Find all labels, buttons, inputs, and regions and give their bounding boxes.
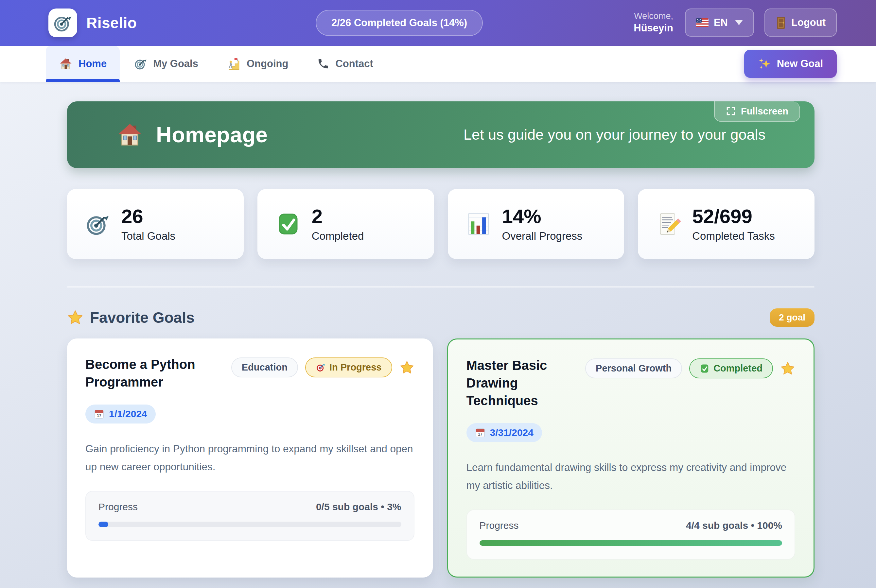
progress-detail: 4/4 sub goals • 100% — [686, 520, 782, 531]
favorites-title: Favorite Goals — [90, 309, 195, 326]
main-content: Homepage Let us guide you on your journe… — [0, 101, 876, 578]
stat-card-completed-tasks: 52/699 Completed Tasks — [638, 189, 814, 259]
stat-card-completed: 2 Completed — [257, 189, 434, 259]
progress-box: Progress 4/4 sub goals • 100% — [466, 510, 795, 560]
goal-title: Become a Python Programmer — [86, 356, 231, 391]
climbing-stairs-icon — [227, 57, 241, 70]
tab-ongoing[interactable]: Ongoing — [213, 46, 303, 82]
check-icon — [700, 364, 710, 374]
category-badge: Personal Growth — [585, 358, 682, 378]
fullscreen-icon — [726, 106, 736, 116]
target-icon — [53, 13, 73, 33]
banner-tagline: Let us guide you on your journey to your… — [464, 126, 765, 143]
house-icon — [116, 121, 144, 148]
banner-left: Homepage — [116, 121, 268, 148]
goal-card-python[interactable]: Become a Python Programmer Education — [67, 339, 433, 578]
stat-value: 2 — [312, 206, 364, 227]
tab-my-goals-label: My Goals — [153, 58, 198, 70]
fullscreen-button[interactable]: Fullscreen — [714, 101, 800, 122]
new-goal-button[interactable]: New Goal — [744, 50, 837, 78]
progress-label: Progress — [99, 501, 138, 513]
tab-contact-label: Contact — [335, 58, 373, 70]
tab-home-label: Home — [78, 58, 106, 70]
check-icon — [276, 212, 301, 237]
favorites-header: Favorite Goals 2 goal — [67, 308, 814, 327]
target-icon — [134, 57, 147, 70]
new-goal-label: New Goal — [777, 58, 823, 70]
welcome-label: Welcome, — [634, 11, 673, 22]
progress-fill — [480, 540, 783, 546]
fullscreen-label: Fullscreen — [741, 106, 788, 117]
progress-detail: 0/5 sub goals • 3% — [316, 501, 401, 513]
target-icon — [86, 212, 110, 237]
brand: Riselio — [48, 9, 137, 37]
header-right: Welcome, Hüseyin EN — [634, 9, 837, 37]
goal-description: Gain proficiency in Python programming t… — [86, 440, 414, 476]
completed-goals-pill: 2/26 Completed Goals (14%) — [316, 10, 483, 36]
goal-card-drawing[interactable]: Master Basic Drawing Techniques Personal… — [447, 339, 815, 578]
progress-fill — [99, 522, 108, 527]
stat-card-overall-progress: 14% Overall Progress — [448, 189, 624, 259]
svg-text:17: 17 — [478, 432, 483, 436]
welcome-block: Welcome, Hüseyin — [634, 11, 673, 34]
tab-ongoing-label: Ongoing — [247, 58, 288, 70]
app-logo — [48, 9, 77, 37]
stat-card-total-goals: 26 Total Goals — [67, 189, 244, 259]
svg-text:17: 17 — [97, 413, 101, 418]
stat-label: Total Goals — [122, 230, 176, 242]
goal-title: Master Basic Drawing Techniques — [466, 357, 585, 410]
username: Hüseyin — [634, 22, 673, 34]
goal-date-badge: 17 3/31/2024 — [466, 423, 542, 442]
stat-value: 14% — [502, 206, 583, 227]
progress-box: Progress 0/5 sub goals • 3% — [86, 491, 414, 541]
chevron-down-icon — [735, 20, 743, 25]
bar-chart-icon — [466, 212, 491, 237]
door-icon — [776, 16, 786, 29]
favorite-goals-row: Become a Python Programmer Education — [67, 339, 814, 578]
homepage-banner: Homepage Let us guide you on your journe… — [67, 101, 814, 168]
tab-contact[interactable]: Contact — [303, 46, 387, 82]
calendar-icon: 17 — [94, 409, 104, 419]
calendar-icon: 17 — [475, 428, 485, 438]
goal-description: Learn fundamental drawing skills to expr… — [466, 459, 795, 495]
status-badge: In Progress — [305, 357, 392, 377]
tab-my-goals[interactable]: My Goals — [120, 46, 213, 82]
section-divider — [67, 286, 814, 288]
stat-label: Completed — [312, 230, 364, 242]
favorites-count-badge: 2 goal — [770, 308, 814, 327]
stat-value: 26 — [122, 206, 176, 227]
memo-icon — [656, 212, 681, 237]
progress-bar — [99, 522, 401, 527]
star-icon[interactable] — [399, 360, 414, 375]
goal-date-badge: 17 1/1/2024 — [86, 405, 156, 423]
star-icon[interactable] — [780, 361, 795, 376]
language-label: EN — [714, 16, 728, 28]
stat-label: Completed Tasks — [692, 230, 775, 242]
page-title: Homepage — [156, 122, 268, 147]
dart-target-icon — [316, 363, 326, 372]
category-badge: Education — [231, 357, 298, 377]
progress-label: Progress — [480, 520, 519, 531]
star-icon — [67, 309, 83, 326]
us-flag-icon — [696, 18, 708, 27]
status-badge: Completed — [689, 358, 773, 378]
tab-home[interactable]: Home — [46, 46, 120, 82]
nav-bar: Home My Goals Ongoing — [0, 46, 876, 82]
app-header: Riselio 2/26 Completed Goals (14%) Welco… — [0, 0, 876, 46]
logout-button[interactable]: Logout — [765, 9, 837, 37]
stat-label: Overall Progress — [502, 230, 583, 242]
stat-value: 52/699 — [692, 206, 775, 227]
stats-row: 26 Total Goals 2 Completed — [67, 189, 814, 259]
language-selector[interactable]: EN — [685, 9, 754, 37]
sparkles-icon — [758, 57, 771, 70]
brand-name: Riselio — [86, 14, 137, 32]
phone-icon — [317, 57, 329, 70]
house-icon — [59, 57, 73, 70]
logout-label: Logout — [791, 16, 826, 28]
progress-bar — [480, 540, 783, 546]
